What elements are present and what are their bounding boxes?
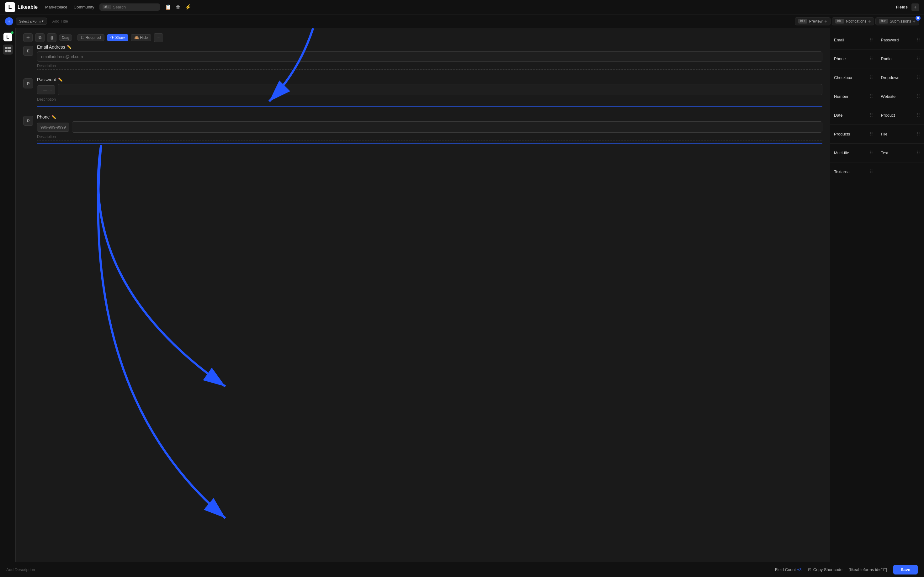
- notifications-kbd: ⌘E: [835, 19, 844, 24]
- sidebar-field-website[interactable]: Website⠿: [877, 87, 924, 106]
- select-form-dropdown[interactable]: Select a Form ▾: [16, 18, 47, 25]
- password-description: Description: [37, 97, 822, 103]
- sidebar-field-file[interactable]: File⠿: [877, 125, 924, 143]
- phone-label: Phone: [37, 114, 50, 119]
- notifications-add[interactable]: +: [868, 19, 871, 24]
- field-toolbar: ✛ ⧉ 🗑 Drag ☐ Required 👁 Show 🙈 Hide ···: [23, 33, 822, 42]
- sidebar-field-date[interactable]: Date⠿: [830, 106, 877, 125]
- show-label: Show: [115, 35, 125, 40]
- preview-add[interactable]: +: [824, 19, 827, 24]
- drag-dots-icon[interactable]: ⠿: [916, 93, 920, 99]
- field-item-label: Date: [834, 113, 842, 118]
- email-description: Description: [37, 64, 822, 69]
- sidebar-field-textarea[interactable]: Textarea⠿: [830, 163, 877, 181]
- preview-kbd: ⌘X: [798, 19, 807, 24]
- copy-field-button[interactable]: ⧉: [35, 33, 45, 42]
- sidebar-field-email[interactable]: Email⠿: [830, 31, 877, 50]
- email-field-block: E Email Address ✏️ Description: [23, 45, 822, 69]
- sidebar-field-password[interactable]: Password⠿: [877, 31, 924, 50]
- phone-field-block: P Phone ✏️ 999-999-9999 Description: [23, 114, 822, 144]
- center-area: ✛ ⧉ 🗑 Drag ☐ Required 👁 Show 🙈 Hide ··· …: [16, 28, 830, 562]
- top-nav: L Likeable Marketplace Community ⌘2 📋 🗑 …: [0, 0, 924, 15]
- hide-toggle[interactable]: 🙈 Hide: [131, 34, 152, 41]
- sidebar-field-number[interactable]: Number⠿: [830, 87, 877, 106]
- email-edit-icon[interactable]: ✏️: [67, 45, 71, 49]
- lightning-icon[interactable]: ⚡: [185, 4, 191, 10]
- sidebar-field-dropdown[interactable]: Dropdown⠿: [877, 68, 924, 87]
- email-label: Email Address: [37, 45, 65, 50]
- marketplace-link[interactable]: Marketplace: [45, 5, 68, 10]
- bottom-bar: Add Description Field Count +3 ⊡ Copy Sh…: [0, 562, 924, 577]
- arrows-overlay: [16, 28, 830, 562]
- show-toggle[interactable]: 👁 Show: [107, 34, 128, 41]
- drag-handle-button[interactable]: ✛: [23, 33, 32, 42]
- tab-notifications[interactable]: ⌘E Notifications +: [832, 17, 874, 26]
- email-input[interactable]: [37, 52, 822, 62]
- drag-dots-icon[interactable]: ⠿: [916, 131, 920, 137]
- clipboard-icon[interactable]: 📋: [165, 4, 171, 10]
- drag-dots-icon[interactable]: ⠿: [916, 37, 920, 43]
- drag-dots-icon[interactable]: ⠿: [869, 75, 873, 81]
- sidebar-field-radio[interactable]: Radio⠿: [877, 50, 924, 68]
- required-toggle[interactable]: ☐ Required: [77, 34, 105, 41]
- copy-shortcode-label: Copy Shortcode: [813, 567, 842, 572]
- drag-dots-icon[interactable]: ⠿: [916, 75, 920, 81]
- phone-edit-icon[interactable]: ✏️: [52, 115, 56, 119]
- required-checkbox: ☐: [81, 35, 84, 40]
- sidebar-field-text[interactable]: Text⠿: [877, 143, 924, 163]
- drag-dots-icon[interactable]: ⠿: [916, 150, 920, 156]
- field-count-value: +3: [797, 567, 802, 572]
- left-sidebar: L: [0, 28, 16, 562]
- more-options-button[interactable]: ···: [154, 33, 163, 42]
- copy-shortcode-button[interactable]: ⊡ Copy Shortcode: [808, 567, 842, 572]
- phone-label-row: Phone ✏️: [37, 114, 822, 119]
- sidebar-field-product[interactable]: Product⠿: [877, 106, 924, 125]
- main-layout: L ✛ ⧉ 🗑 Drag ☐ Required 👁 Show: [0, 28, 924, 562]
- submissions-add[interactable]: +: [913, 19, 916, 24]
- email-label-row: Email Address ✏️: [37, 45, 822, 50]
- drag-dots-icon[interactable]: ⠿: [916, 112, 920, 118]
- grid-visual: [5, 47, 11, 52]
- notifications-label: Notifications: [846, 19, 866, 24]
- password-divider: [37, 106, 822, 107]
- sidebar-grid-icon[interactable]: [3, 45, 13, 55]
- drag-tooltip: Drag: [59, 34, 72, 41]
- drag-dots-icon[interactable]: ⠿: [869, 169, 873, 175]
- search-input[interactable]: [113, 5, 157, 10]
- field-item-label: File: [881, 132, 888, 136]
- sidebar-field-checkbox[interactable]: Checkbox⠿: [830, 68, 877, 87]
- dropdown-arrow: ▾: [42, 19, 44, 23]
- add-form-button[interactable]: +: [5, 17, 13, 26]
- sidebar-field-multi-file[interactable]: Multi-file⠿: [830, 143, 877, 163]
- add-description-button[interactable]: Add Description: [6, 567, 35, 572]
- drag-dots-icon[interactable]: ⠿: [869, 112, 873, 118]
- drag-dots-icon[interactable]: ⠿: [869, 93, 873, 99]
- tab-preview[interactable]: ⌘X Preview +: [795, 17, 830, 26]
- logo-name: Likeable: [18, 5, 38, 10]
- community-link[interactable]: Community: [74, 5, 94, 10]
- fields-label: Fields: [896, 5, 908, 10]
- password-edit-icon[interactable]: ✏️: [58, 77, 63, 82]
- sidebar-field-phone[interactable]: Phone⠿: [830, 50, 877, 68]
- tab-submissions[interactable]: ⌘B Submissions + 0: [876, 17, 919, 26]
- drag-dots-icon[interactable]: ⠿: [869, 56, 873, 62]
- save-button[interactable]: Save: [893, 565, 918, 574]
- field-item-label: Dropdown: [881, 75, 900, 80]
- delete-field-button[interactable]: 🗑: [47, 33, 56, 42]
- phone-number-placeholder: 999-999-9999: [37, 122, 69, 132]
- phone-field-letter: P: [23, 116, 33, 126]
- sidebar-field-products[interactable]: Products⠿: [830, 125, 877, 143]
- add-title-button[interactable]: Add Title: [52, 19, 68, 24]
- nav-tabs: ⌘X Preview + ⌘E Notifications + ⌘B Submi…: [795, 17, 919, 26]
- add-field-button[interactable]: +: [911, 3, 919, 11]
- trash-icon[interactable]: 🗑: [176, 5, 181, 10]
- phone-divider: [37, 143, 822, 144]
- drag-dots-icon[interactable]: ⠿: [869, 150, 873, 156]
- drag-dots-icon[interactable]: ⠿: [916, 56, 920, 62]
- required-label: Required: [85, 35, 101, 40]
- password-input-full: [58, 84, 822, 95]
- sidebar-logo-icon[interactable]: L: [3, 32, 13, 42]
- drag-dots-icon[interactable]: ⠿: [869, 37, 873, 43]
- submissions-label: Submissions: [890, 19, 911, 24]
- drag-dots-icon[interactable]: ⠿: [869, 131, 873, 137]
